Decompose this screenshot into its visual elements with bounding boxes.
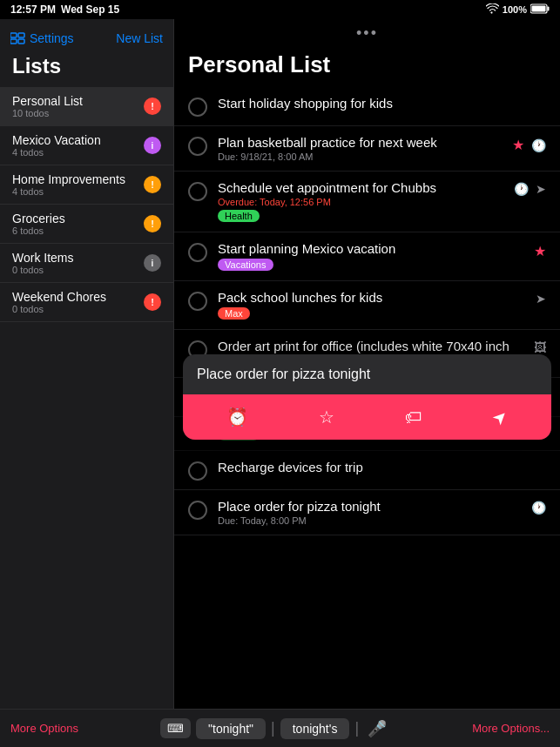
- svg-rect-5: [18, 33, 24, 37]
- popup-reminder-button[interactable]: ⏰: [219, 403, 255, 431]
- popup-move-button[interactable]: ➤: [480, 397, 520, 437]
- popup-tag-button[interactable]: 🏷: [398, 404, 429, 431]
- bottom-bar: More Options ⌨ "tonight" | tonight's | 🎤…: [0, 709, 560, 747]
- sidebar-item-name-0: Personal List: [12, 94, 83, 108]
- svg-rect-4: [10, 39, 17, 44]
- sidebar-list: Personal List 10 todos ! Mexico Vacation…: [0, 87, 173, 322]
- new-list-label: New List: [116, 31, 163, 45]
- sidebar-item-home-improvements[interactable]: Home Improvements 4 todos !: [0, 165, 173, 205]
- keyboard-divider: |: [271, 719, 275, 737]
- settings-button[interactable]: Settings: [10, 31, 74, 45]
- status-time: 12:57 PM: [10, 3, 56, 16]
- sidebar-item-name-3: Groceries: [12, 212, 65, 225]
- sidebar-item-groceries[interactable]: Groceries 6 todos !: [0, 205, 173, 244]
- svg-rect-6: [18, 39, 24, 44]
- sidebar-toolbar: Settings New List: [0, 26, 173, 54]
- sidebar-item-name-2: Home Improvements: [12, 172, 125, 186]
- sidebar-item-badge-2: !: [144, 176, 161, 193]
- battery-label: 100%: [503, 4, 527, 15]
- sidebar-item-personal-list[interactable]: Personal List 10 todos !: [0, 87, 173, 126]
- sidebar-item-badge-0: !: [144, 98, 161, 115]
- keyboard-suggestion-1[interactable]: "tonight": [196, 718, 266, 739]
- popup-card: Place order for pizza tonight ⏰ ☆ 🏷 ➤: [183, 354, 551, 440]
- main-content: ••• Personal List Start holiday shopping…: [174, 19, 560, 709]
- popup-title: Place order for pizza tonight: [183, 354, 551, 394]
- sidebar-item-name-1: Mexico Vacation: [12, 133, 101, 147]
- sidebar: Settings New List Lists Personal List 10…: [0, 19, 174, 709]
- sidebar-title: Lists: [0, 54, 173, 87]
- sidebar-item-badge-1: i: [144, 137, 161, 154]
- sidebar-item-mexico-vacation[interactable]: Mexico Vacation 4 todos i: [0, 126, 173, 165]
- app-layout: Settings New List Lists Personal List 10…: [0, 19, 560, 709]
- sidebar-item-name-4: Work Items: [12, 251, 74, 265]
- more-options-left-button[interactable]: More Options: [10, 722, 78, 735]
- svg-rect-1: [548, 7, 550, 11]
- sidebar-item-count-5: 0 todos: [12, 304, 106, 314]
- svg-rect-3: [10, 33, 17, 37]
- sidebar-item-name-5: Weekend Chores: [12, 290, 106, 304]
- sidebar-item-badge-4: i: [144, 254, 161, 272]
- status-bar: 12:57 PM Wed Sep 15 100%: [0, 0, 560, 19]
- svg-rect-2: [532, 6, 546, 12]
- sidebar-item-count-3: 6 todos: [12, 225, 65, 236]
- keyboard-icon-button[interactable]: ⌨: [160, 718, 191, 738]
- mic-button[interactable]: 🎤: [364, 719, 390, 738]
- battery-icon: [530, 3, 550, 16]
- sidebar-item-count-4: 0 todos: [12, 265, 74, 275]
- popup-star-button[interactable]: ☆: [312, 403, 341, 431]
- popup-overlay: Place order for pizza tonight ⏰ ☆ 🏷 ➤: [174, 19, 560, 709]
- popup-actions-bar: ⏰ ☆ 🏷 ➤: [183, 394, 551, 440]
- sidebar-item-count-0: 10 todos: [12, 108, 83, 118]
- keyboard-divider-2: |: [354, 719, 359, 737]
- settings-label: Settings: [30, 31, 74, 45]
- new-list-button[interactable]: New List: [116, 31, 163, 45]
- status-date: Wed Sep 15: [61, 3, 119, 16]
- sidebar-item-count-2: 4 todos: [12, 186, 125, 197]
- keyboard-row: ⌨ "tonight" | tonight's | 🎤: [78, 718, 472, 739]
- sidebar-item-badge-3: !: [144, 215, 161, 232]
- sidebar-item-badge-5: !: [144, 293, 161, 311]
- sidebar-item-weekend-chores[interactable]: Weekend Chores 0 todos !: [0, 283, 173, 322]
- more-options-right-button[interactable]: More Options...: [472, 722, 550, 735]
- sidebar-item-count-1: 4 todos: [12, 147, 101, 158]
- wifi-icon: [486, 3, 499, 16]
- sidebar-item-work-items[interactable]: Work Items 0 todos i: [0, 244, 173, 283]
- keyboard-suggestion-2[interactable]: tonight's: [280, 718, 350, 739]
